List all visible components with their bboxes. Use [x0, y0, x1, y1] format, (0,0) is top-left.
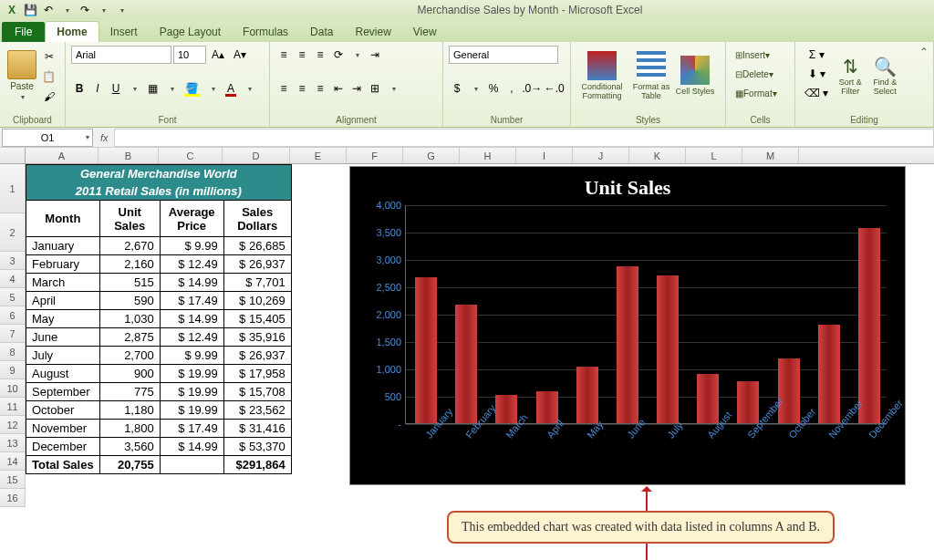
row-header-11[interactable]: 11 — [0, 398, 26, 416]
table-cell[interactable]: $ 26,937 — [223, 255, 291, 274]
table-cell[interactable]: $ 14.99 — [160, 310, 223, 328]
row-header-15[interactable]: 15 — [0, 471, 26, 489]
table-cell[interactable]: $ 53,370 — [223, 438, 291, 456]
table-cell[interactable]: 1,180 — [99, 401, 160, 420]
table-cell[interactable]: 1,030 — [99, 310, 160, 328]
table-cell[interactable]: $ 19.99 — [160, 365, 223, 383]
tab-page-layout[interactable]: Page Layout — [149, 22, 232, 42]
table-cell[interactable]: April — [26, 292, 100, 310]
column-header-A[interactable]: A — [26, 148, 99, 163]
table-cell[interactable]: 2,160 — [99, 255, 160, 274]
save-button[interactable]: 💾 — [22, 2, 38, 18]
table-cell[interactable]: $ 9.99 — [160, 237, 223, 255]
italic-button[interactable]: I — [89, 79, 106, 98]
row-header-12[interactable]: 12 — [0, 416, 26, 434]
redo-button[interactable]: ↷ — [77, 2, 93, 18]
table-cell[interactable]: December — [26, 438, 100, 456]
align-left-button[interactable]: ≡ — [275, 79, 292, 98]
table-cell[interactable]: May — [26, 310, 100, 328]
underline-dropdown[interactable] — [126, 79, 142, 98]
cut-button[interactable]: ✂ — [38, 47, 59, 66]
decrease-indent-button[interactable]: ⇤ — [330, 79, 347, 98]
row-header-1[interactable]: 1 — [0, 164, 26, 213]
table-cell[interactable]: $ 7,701 — [223, 274, 291, 292]
table-cell[interactable]: 1,800 — [99, 420, 160, 438]
percent-button[interactable]: % — [485, 79, 502, 98]
column-header-D[interactable]: D — [223, 148, 290, 163]
increase-indent-button[interactable]: ⇥ — [348, 79, 365, 98]
table-cell[interactable]: 2,700 — [99, 347, 160, 365]
orientation-dropdown[interactable] — [348, 46, 365, 64]
copy-button[interactable]: 📋 — [38, 67, 59, 86]
row-header-3[interactable]: 3 — [0, 252, 26, 270]
qat-customize[interactable] — [113, 2, 130, 18]
wrap-text-button[interactable]: ⇥ — [367, 46, 383, 64]
orientation-button[interactable]: ⟳ — [330, 46, 347, 64]
table-cell[interactable]: $ 17,958 — [223, 365, 291, 383]
chart-bar[interactable] — [858, 228, 880, 423]
font-name-select[interactable] — [71, 46, 171, 64]
table-cell[interactable]: 2,875 — [99, 328, 160, 347]
table-cell[interactable]: $ 19.99 — [160, 401, 223, 420]
table-total-cell[interactable]: $291,864 — [223, 456, 291, 474]
conditional-formatting-button[interactable]: Conditional Formatting — [576, 46, 628, 106]
increase-decimal-button[interactable]: .0→ — [522, 79, 543, 98]
tab-insert[interactable]: Insert — [99, 22, 149, 42]
border-dropdown[interactable] — [163, 79, 180, 98]
chart-bar[interactable] — [617, 266, 638, 424]
row-header-8[interactable]: 8 — [0, 343, 26, 361]
undo-button[interactable]: ↶ — [40, 2, 57, 18]
undo-dropdown[interactable] — [58, 2, 75, 18]
table-cell[interactable]: $ 14.99 — [160, 274, 223, 292]
name-box[interactable]: O1 — [2, 129, 93, 147]
shrink-font-button[interactable]: A▾ — [230, 46, 250, 64]
align-center-button[interactable]: ≡ — [294, 79, 310, 98]
fill-color-button[interactable]: 🪣 — [182, 79, 202, 98]
align-right-button[interactable]: ≡ — [312, 79, 328, 98]
worksheet-area[interactable]: General Merchandise World 2011 Retail Sa… — [26, 164, 934, 560]
fill-color-dropdown[interactable] — [204, 79, 221, 98]
number-format-select[interactable] — [449, 46, 558, 64]
minimize-ribbon-icon[interactable]: ⌃ — [919, 46, 929, 58]
column-header-F[interactable]: F — [347, 148, 403, 163]
find-select-button[interactable]: 🔍 Find & Select — [868, 46, 901, 106]
excel-icon[interactable]: X — [4, 2, 20, 18]
column-header-I[interactable]: I — [516, 148, 573, 163]
column-header-M[interactable]: M — [742, 148, 799, 163]
table-cell[interactable]: 900 — [99, 365, 160, 383]
sort-filter-button[interactable]: ⇅ Sort & Filter — [832, 46, 868, 106]
tab-review[interactable]: Review — [344, 22, 401, 42]
format-painter-button[interactable]: 🖌 — [38, 88, 59, 106]
formula-input[interactable] — [114, 129, 934, 147]
table-cell[interactable]: 775 — [99, 383, 160, 401]
table-cell[interactable]: October — [26, 401, 100, 420]
table-cell[interactable]: $ 26,937 — [223, 347, 291, 365]
border-button[interactable]: ▦ — [144, 79, 161, 98]
format-cells-button[interactable]: ▦ Format ▾ — [732, 84, 795, 102]
chart-bar[interactable] — [657, 275, 679, 423]
font-color-button[interactable]: A — [223, 79, 239, 98]
table-cell[interactable]: June — [26, 328, 100, 347]
table-cell[interactable]: August — [26, 365, 100, 383]
tab-data[interactable]: Data — [299, 22, 344, 42]
font-size-select[interactable] — [173, 46, 206, 64]
table-cell[interactable]: 3,560 — [99, 438, 160, 456]
format-as-table-button[interactable]: Format as Table — [628, 46, 675, 106]
clear-button[interactable]: ⌫ ▾ — [801, 84, 832, 102]
cell-styles-button[interactable]: Cell Styles — [675, 46, 715, 106]
table-cell[interactable]: $ 15,405 — [223, 310, 291, 328]
table-cell[interactable]: $ 12.49 — [160, 328, 223, 347]
delete-cells-button[interactable]: ⊟ Delete ▾ — [732, 65, 795, 83]
row-header-2[interactable]: 2 — [0, 213, 26, 252]
table-cell[interactable]: $ 23,562 — [223, 401, 291, 420]
table-cell[interactable]: 590 — [99, 292, 160, 310]
tab-file[interactable]: File — [2, 22, 45, 42]
table-cell[interactable]: $ 35,916 — [223, 328, 291, 347]
column-header-J[interactable]: J — [573, 148, 629, 163]
chart-bar[interactable] — [737, 381, 759, 424]
table-cell[interactable]: September — [26, 383, 100, 401]
table-total-cell[interactable] — [160, 456, 223, 474]
table-cell[interactable]: March — [26, 274, 100, 292]
column-header-G[interactable]: G — [403, 148, 460, 163]
chart-bar[interactable] — [455, 305, 477, 423]
